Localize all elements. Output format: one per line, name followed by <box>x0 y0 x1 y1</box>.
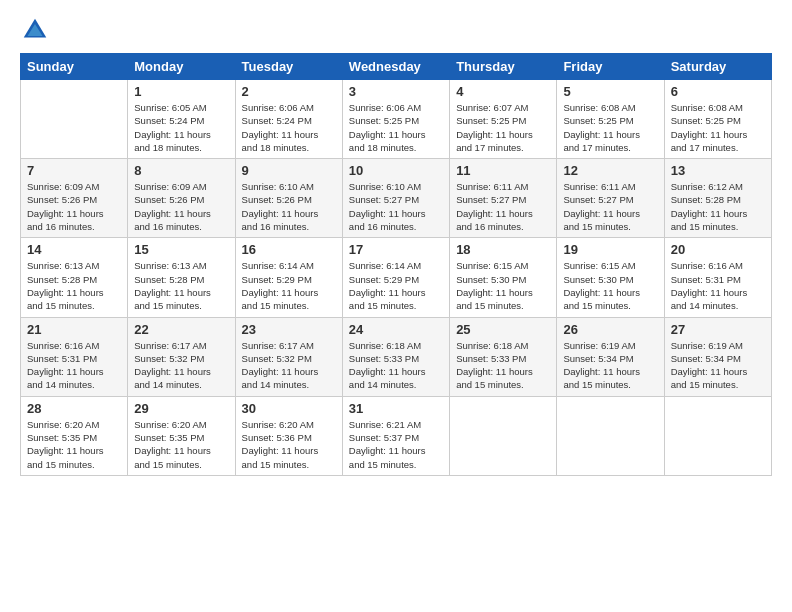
calendar-cell: 31Sunrise: 6:21 AMSunset: 5:37 PMDayligh… <box>342 396 449 475</box>
calendar-cell: 29Sunrise: 6:20 AMSunset: 5:35 PMDayligh… <box>128 396 235 475</box>
day-info: Sunrise: 6:16 AMSunset: 5:31 PMDaylight:… <box>27 339 121 392</box>
day-number: 23 <box>242 322 336 337</box>
day-info: Sunrise: 6:17 AMSunset: 5:32 PMDaylight:… <box>134 339 228 392</box>
day-number: 2 <box>242 84 336 99</box>
calendar-cell: 3Sunrise: 6:06 AMSunset: 5:25 PMDaylight… <box>342 80 449 159</box>
calendar-cell: 7Sunrise: 6:09 AMSunset: 5:26 PMDaylight… <box>21 159 128 238</box>
day-number: 25 <box>456 322 550 337</box>
calendar-header-friday: Friday <box>557 54 664 80</box>
calendar-cell: 26Sunrise: 6:19 AMSunset: 5:34 PMDayligh… <box>557 317 664 396</box>
calendar-cell: 19Sunrise: 6:15 AMSunset: 5:30 PMDayligh… <box>557 238 664 317</box>
logo <box>20 15 54 45</box>
day-info: Sunrise: 6:12 AMSunset: 5:28 PMDaylight:… <box>671 180 765 233</box>
day-number: 24 <box>349 322 443 337</box>
calendar-cell: 27Sunrise: 6:19 AMSunset: 5:34 PMDayligh… <box>664 317 771 396</box>
day-info: Sunrise: 6:15 AMSunset: 5:30 PMDaylight:… <box>456 259 550 312</box>
calendar-cell: 9Sunrise: 6:10 AMSunset: 5:26 PMDaylight… <box>235 159 342 238</box>
calendar-cell <box>21 80 128 159</box>
day-info: Sunrise: 6:18 AMSunset: 5:33 PMDaylight:… <box>456 339 550 392</box>
day-number: 1 <box>134 84 228 99</box>
day-number: 30 <box>242 401 336 416</box>
header <box>20 15 772 45</box>
day-number: 3 <box>349 84 443 99</box>
calendar-cell: 10Sunrise: 6:10 AMSunset: 5:27 PMDayligh… <box>342 159 449 238</box>
day-info: Sunrise: 6:10 AMSunset: 5:26 PMDaylight:… <box>242 180 336 233</box>
page: SundayMondayTuesdayWednesdayThursdayFrid… <box>0 0 792 612</box>
calendar-cell: 6Sunrise: 6:08 AMSunset: 5:25 PMDaylight… <box>664 80 771 159</box>
calendar-cell: 2Sunrise: 6:06 AMSunset: 5:24 PMDaylight… <box>235 80 342 159</box>
calendar-cell: 8Sunrise: 6:09 AMSunset: 5:26 PMDaylight… <box>128 159 235 238</box>
day-info: Sunrise: 6:06 AMSunset: 5:24 PMDaylight:… <box>242 101 336 154</box>
day-info: Sunrise: 6:14 AMSunset: 5:29 PMDaylight:… <box>242 259 336 312</box>
day-info: Sunrise: 6:11 AMSunset: 5:27 PMDaylight:… <box>563 180 657 233</box>
day-number: 5 <box>563 84 657 99</box>
calendar-cell <box>450 396 557 475</box>
day-info: Sunrise: 6:09 AMSunset: 5:26 PMDaylight:… <box>134 180 228 233</box>
day-number: 14 <box>27 242 121 257</box>
day-info: Sunrise: 6:07 AMSunset: 5:25 PMDaylight:… <box>456 101 550 154</box>
day-info: Sunrise: 6:15 AMSunset: 5:30 PMDaylight:… <box>563 259 657 312</box>
calendar-cell: 21Sunrise: 6:16 AMSunset: 5:31 PMDayligh… <box>21 317 128 396</box>
day-info: Sunrise: 6:19 AMSunset: 5:34 PMDaylight:… <box>563 339 657 392</box>
calendar-header-saturday: Saturday <box>664 54 771 80</box>
calendar-week-row: 28Sunrise: 6:20 AMSunset: 5:35 PMDayligh… <box>21 396 772 475</box>
day-info: Sunrise: 6:16 AMSunset: 5:31 PMDaylight:… <box>671 259 765 312</box>
day-number: 22 <box>134 322 228 337</box>
calendar-cell: 30Sunrise: 6:20 AMSunset: 5:36 PMDayligh… <box>235 396 342 475</box>
day-info: Sunrise: 6:14 AMSunset: 5:29 PMDaylight:… <box>349 259 443 312</box>
day-number: 6 <box>671 84 765 99</box>
calendar-week-row: 1Sunrise: 6:05 AMSunset: 5:24 PMDaylight… <box>21 80 772 159</box>
calendar-cell: 14Sunrise: 6:13 AMSunset: 5:28 PMDayligh… <box>21 238 128 317</box>
calendar-cell: 15Sunrise: 6:13 AMSunset: 5:28 PMDayligh… <box>128 238 235 317</box>
calendar-cell <box>664 396 771 475</box>
day-number: 21 <box>27 322 121 337</box>
calendar-cell: 13Sunrise: 6:12 AMSunset: 5:28 PMDayligh… <box>664 159 771 238</box>
day-info: Sunrise: 6:19 AMSunset: 5:34 PMDaylight:… <box>671 339 765 392</box>
day-info: Sunrise: 6:17 AMSunset: 5:32 PMDaylight:… <box>242 339 336 392</box>
day-info: Sunrise: 6:18 AMSunset: 5:33 PMDaylight:… <box>349 339 443 392</box>
day-number: 31 <box>349 401 443 416</box>
day-number: 12 <box>563 163 657 178</box>
logo-icon <box>20 15 50 45</box>
day-info: Sunrise: 6:08 AMSunset: 5:25 PMDaylight:… <box>563 101 657 154</box>
day-number: 20 <box>671 242 765 257</box>
day-number: 13 <box>671 163 765 178</box>
day-number: 4 <box>456 84 550 99</box>
calendar-header-thursday: Thursday <box>450 54 557 80</box>
day-info: Sunrise: 6:06 AMSunset: 5:25 PMDaylight:… <box>349 101 443 154</box>
day-info: Sunrise: 6:10 AMSunset: 5:27 PMDaylight:… <box>349 180 443 233</box>
calendar-week-row: 7Sunrise: 6:09 AMSunset: 5:26 PMDaylight… <box>21 159 772 238</box>
calendar-header-wednesday: Wednesday <box>342 54 449 80</box>
day-info: Sunrise: 6:20 AMSunset: 5:35 PMDaylight:… <box>134 418 228 471</box>
calendar-cell: 5Sunrise: 6:08 AMSunset: 5:25 PMDaylight… <box>557 80 664 159</box>
day-info: Sunrise: 6:13 AMSunset: 5:28 PMDaylight:… <box>27 259 121 312</box>
day-info: Sunrise: 6:21 AMSunset: 5:37 PMDaylight:… <box>349 418 443 471</box>
calendar-header-tuesday: Tuesday <box>235 54 342 80</box>
calendar-cell: 20Sunrise: 6:16 AMSunset: 5:31 PMDayligh… <box>664 238 771 317</box>
day-number: 8 <box>134 163 228 178</box>
calendar-week-row: 21Sunrise: 6:16 AMSunset: 5:31 PMDayligh… <box>21 317 772 396</box>
day-info: Sunrise: 6:11 AMSunset: 5:27 PMDaylight:… <box>456 180 550 233</box>
day-info: Sunrise: 6:20 AMSunset: 5:36 PMDaylight:… <box>242 418 336 471</box>
day-number: 10 <box>349 163 443 178</box>
calendar-header-monday: Monday <box>128 54 235 80</box>
day-number: 16 <box>242 242 336 257</box>
calendar-cell: 24Sunrise: 6:18 AMSunset: 5:33 PMDayligh… <box>342 317 449 396</box>
day-number: 29 <box>134 401 228 416</box>
calendar-table: SundayMondayTuesdayWednesdayThursdayFrid… <box>20 53 772 476</box>
day-info: Sunrise: 6:09 AMSunset: 5:26 PMDaylight:… <box>27 180 121 233</box>
day-number: 7 <box>27 163 121 178</box>
calendar-cell: 11Sunrise: 6:11 AMSunset: 5:27 PMDayligh… <box>450 159 557 238</box>
day-number: 28 <box>27 401 121 416</box>
day-info: Sunrise: 6:05 AMSunset: 5:24 PMDaylight:… <box>134 101 228 154</box>
calendar-cell: 17Sunrise: 6:14 AMSunset: 5:29 PMDayligh… <box>342 238 449 317</box>
calendar-cell <box>557 396 664 475</box>
day-number: 19 <box>563 242 657 257</box>
day-number: 26 <box>563 322 657 337</box>
day-info: Sunrise: 6:20 AMSunset: 5:35 PMDaylight:… <box>27 418 121 471</box>
day-number: 18 <box>456 242 550 257</box>
calendar-cell: 18Sunrise: 6:15 AMSunset: 5:30 PMDayligh… <box>450 238 557 317</box>
day-number: 9 <box>242 163 336 178</box>
day-number: 15 <box>134 242 228 257</box>
calendar-cell: 4Sunrise: 6:07 AMSunset: 5:25 PMDaylight… <box>450 80 557 159</box>
